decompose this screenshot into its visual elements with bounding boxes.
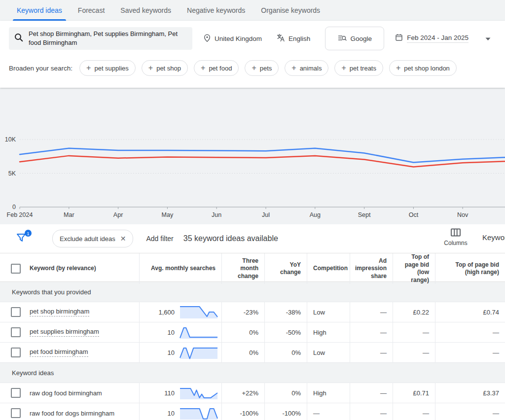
cell-ad-impression-share: —	[350, 343, 393, 362]
keyword-view-selector[interactable]: Keywor	[482, 233, 505, 242]
cell-competition: —	[307, 403, 350, 420]
cell-bid-high: £3.37	[435, 383, 505, 403]
broaden-chip-pet-food[interactable]: +pet food	[194, 60, 239, 76]
location-value: United Kingdom	[215, 35, 262, 42]
cell-yoy-change: -100%	[265, 403, 307, 420]
header-three-month-change[interactable]: Three month change	[222, 253, 265, 284]
header-ad-impression-share[interactable]: Ad impression share	[350, 253, 393, 284]
row-checkbox[interactable]	[11, 348, 21, 357]
filter-chip-label: Exclude adult ideas	[60, 235, 115, 243]
header-bid-low[interactable]: Top of page bid (low range)	[393, 253, 435, 284]
row-checkbox[interactable]	[11, 327, 21, 337]
table-row[interactable]: pet supplies birmingham 10 0% -50% High …	[0, 322, 505, 343]
row-checkbox[interactable]	[11, 307, 21, 317]
table-row[interactable]: pet shop birmingham 1,600 -23% -38% Low …	[0, 302, 505, 322]
location-selector[interactable]: United Kingdom	[203, 34, 262, 43]
header-avg-monthly-searches[interactable]: Avg. monthly searches	[140, 253, 222, 284]
header-competition[interactable]: Competition	[307, 253, 350, 284]
broaden-chip-pet-shop-london[interactable]: +pet shop london	[389, 60, 457, 76]
filter-bar: 1 Exclude adult ideas ✕ Add filter 35 ke…	[0, 224, 505, 253]
keyword-link[interactable]: raw food for dogs birmingham	[30, 410, 114, 417]
results-count: 35 keyword ideas available	[183, 234, 278, 243]
cell-avg-searches: 10	[140, 403, 222, 420]
broaden-chip-pet-treats[interactable]: +pet treats	[334, 60, 383, 76]
broaden-chip-pet-supplies[interactable]: +pet supplies	[79, 60, 136, 76]
cell-avg-searches: 10	[140, 322, 222, 342]
add-filter-button[interactable]: Add filter	[146, 235, 173, 243]
cell-bid-high: —	[435, 322, 505, 342]
table-row[interactable]: raw food for dogs birmingham 10 -100% -1…	[0, 403, 505, 420]
broaden-chip-animals[interactable]: +animals	[285, 60, 328, 76]
section-keywords-provided: Keywords that you provided	[0, 282, 505, 302]
cell-avg-searches: 1,600	[140, 302, 222, 322]
cell-yoy-change: -38%	[265, 302, 307, 322]
broaden-chip-pets[interactable]: +pets	[245, 60, 279, 76]
row-checkbox[interactable]	[11, 388, 21, 398]
header-bid-high[interactable]: Top of page bid (high range)	[435, 253, 505, 284]
keyword-link[interactable]: raw dog food birmingham	[30, 389, 102, 397]
location-pin-icon	[203, 34, 211, 43]
cell-keyword: raw food for dogs birmingham	[0, 403, 140, 420]
columns-button[interactable]: Columns	[441, 228, 470, 246]
cell-bid-high: —	[435, 343, 505, 362]
header-yoy-change[interactable]: YoY change	[265, 253, 307, 284]
cell-bid-low: —	[393, 403, 435, 420]
broaden-label: Broaden your search:	[9, 65, 72, 72]
columns-label: Columns	[444, 240, 467, 246]
close-icon[interactable]: ✕	[120, 235, 126, 243]
search-icon	[14, 33, 24, 44]
plus-icon: +	[291, 64, 296, 72]
cell-bid-high: £0.74	[435, 302, 505, 322]
chevron-down-icon[interactable]	[485, 34, 491, 43]
sparkline	[179, 325, 218, 340]
svg-text:Sept: Sept	[358, 211, 371, 218]
cell-keyword: pet food birmingham	[0, 343, 140, 362]
language-selector[interactable]: English	[277, 34, 310, 43]
svg-text:Oct: Oct	[409, 211, 419, 218]
row-checkbox[interactable]	[11, 408, 21, 418]
network-selector[interactable]: Google	[325, 27, 384, 50]
svg-text:Jul: Jul	[262, 211, 270, 218]
filter-funnel-icon[interactable]: 1	[16, 232, 29, 245]
table-header-row: Keyword (by relevance) Avg. monthly sear…	[0, 253, 505, 282]
tab-forecast[interactable]: Forecast	[70, 0, 112, 21]
tab-organise-keywords[interactable]: Organise keywords	[253, 0, 328, 21]
svg-text:5K: 5K	[8, 170, 16, 177]
cell-avg-searches: 110	[140, 383, 222, 403]
plus-icon: +	[201, 64, 205, 72]
search-settings-row: Pet shop Birmingham, Pet supplies Birmin…	[0, 21, 505, 56]
select-all-checkbox[interactable]	[11, 264, 21, 274]
cell-competition: High	[307, 322, 350, 342]
search-network-icon	[338, 34, 347, 43]
date-range-selector[interactable]: Feb 2024 - Jan 2025	[395, 34, 491, 43]
calendar-icon	[395, 34, 403, 43]
network-value: Google	[351, 35, 372, 42]
cell-bid-low: £0.71	[393, 383, 435, 403]
broaden-chip-pet-shop[interactable]: +pet shop	[142, 60, 188, 76]
filter-count-badge: 1	[25, 230, 32, 237]
table-row[interactable]: pet food birmingham 10 0% 0% Low — — —	[0, 343, 505, 363]
keywords-input-value: Pet shop Birmingham, Pet supplies Birmin…	[29, 30, 187, 47]
tab-keyword-ideas[interactable]: Keyword ideas	[9, 0, 70, 21]
sparkline	[179, 406, 218, 420]
svg-text:Apr: Apr	[113, 211, 123, 218]
svg-text:0: 0	[12, 204, 16, 210]
cell-keyword: pet shop birmingham	[0, 302, 140, 322]
plus-icon: +	[86, 64, 91, 72]
keyword-link[interactable]: pet food birmingham	[30, 348, 88, 357]
cell-three-month-change: 0%	[222, 343, 265, 362]
plus-icon: +	[148, 64, 153, 72]
cell-keyword: pet supplies birmingham	[0, 322, 140, 342]
tab-saved-keywords[interactable]: Saved keywords	[112, 0, 179, 21]
keyword-link[interactable]: pet shop birmingham	[30, 308, 89, 316]
sparkline	[179, 305, 218, 319]
keyword-link[interactable]: pet supplies birmingham	[30, 328, 99, 337]
svg-text:10K: 10K	[5, 136, 16, 143]
cell-ad-impression-share: —	[350, 302, 393, 322]
cell-bid-high: —	[435, 403, 505, 420]
keywords-input[interactable]: Pet shop Birmingham, Pet supplies Birmin…	[9, 27, 192, 50]
table-row[interactable]: raw dog food birmingham 110 +22% 0% High…	[0, 383, 505, 403]
results-panel: 1 Exclude adult ideas ✕ Add filter 35 ke…	[0, 224, 505, 420]
tab-negative-keywords[interactable]: Negative keywords	[179, 0, 253, 21]
filter-chip-exclude-adult[interactable]: Exclude adult ideas ✕	[52, 230, 133, 247]
